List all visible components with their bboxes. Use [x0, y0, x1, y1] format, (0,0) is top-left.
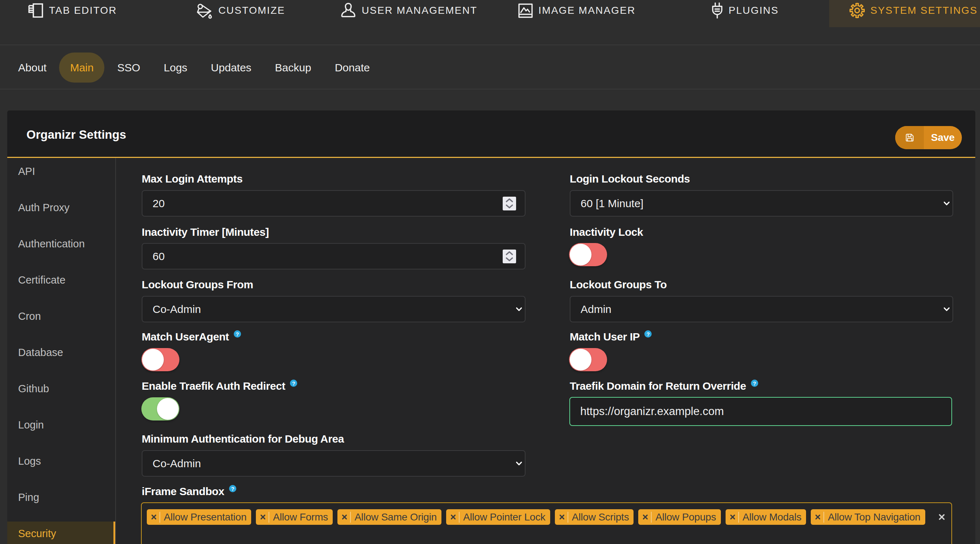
- nav-item-image-manager[interactable]: IMAGE MANAGER: [493, 0, 661, 27]
- login-lockout-seconds-value: 60 [1 Minute]: [581, 197, 643, 210]
- chip-remove-icon[interactable]: [256, 514, 269, 520]
- min-auth-debug-select[interactable]: Co-Admin: [142, 450, 525, 477]
- chip-allow-same-origin: Allow Same Origin: [337, 509, 441, 525]
- tab-main[interactable]: Main: [59, 52, 104, 82]
- traefik-domain-label-text: Traefik Domain for Return Override: [570, 380, 746, 392]
- toggle-knob: [570, 349, 592, 371]
- tab-sso[interactable]: SSO: [106, 52, 151, 82]
- chevron-down-icon: [516, 462, 522, 465]
- save-button[interactable]: Save: [895, 126, 962, 149]
- min-auth-debug-value: Co-Admin: [153, 457, 201, 470]
- traefik-domain-override-label: Traefik Domain for Return Override ?: [570, 379, 758, 393]
- nav-item-plugins[interactable]: PLUGINS: [661, 0, 829, 27]
- iframe-sandbox-multiselect[interactable]: Allow Presentation Allow Forms Allow Sam…: [141, 502, 952, 544]
- chip-remove-icon[interactable]: [811, 514, 823, 520]
- enable-traefik-auth-redirect-label: Enable Traefik Auth Redirect ?: [142, 379, 297, 393]
- nav-item-label: CUSTOMIZE: [218, 5, 285, 16]
- inactivity-timer-label: Inactivity Timer [Minutes]: [142, 226, 269, 239]
- tab-about[interactable]: About: [7, 52, 57, 82]
- chip-label: Allow Modals: [739, 511, 807, 523]
- lockout-groups-to-label: Lockout Groups To: [570, 278, 667, 291]
- chip-label: Allow Presentation: [160, 511, 251, 523]
- help-icon[interactable]: ?: [290, 379, 297, 387]
- help-icon[interactable]: ?: [644, 330, 652, 338]
- max-login-attempts-input[interactable]: [142, 190, 525, 217]
- plug-icon: [711, 2, 723, 19]
- chip-label: Allow Pointer Lock: [460, 511, 550, 523]
- chip-remove-icon[interactable]: [555, 514, 568, 520]
- chip-remove-icon[interactable]: [446, 514, 459, 520]
- nav-item-label: IMAGE MANAGER: [538, 5, 635, 16]
- login-lockout-seconds-select[interactable]: 60 [1 Minute]: [570, 190, 953, 217]
- organizr-app: TAB EDITOR CUSTOMIZE: [0, 0, 980, 544]
- help-icon[interactable]: ?: [234, 330, 241, 338]
- gear-icon: [849, 3, 865, 19]
- inactivity-timer-value[interactable]: [153, 250, 515, 263]
- nav-item-customize[interactable]: CUSTOMIZE: [157, 0, 325, 27]
- help-icon[interactable]: ?: [751, 379, 758, 387]
- chip-label: Allow Same Origin: [351, 511, 441, 523]
- match-user-ip-toggle[interactable]: [569, 348, 607, 371]
- match-user-ip-label-text: Match User IP: [570, 331, 640, 343]
- user-icon: [340, 2, 356, 19]
- tab-backup[interactable]: Backup: [264, 52, 322, 82]
- toggle-knob: [157, 398, 179, 420]
- chip-remove-icon[interactable]: [638, 514, 651, 520]
- save-button-label: Save: [924, 132, 962, 143]
- chip-allow-presentation: Allow Presentation: [147, 509, 251, 525]
- lockout-groups-to-select[interactable]: Admin: [570, 296, 953, 322]
- chip-remove-icon[interactable]: [725, 514, 738, 520]
- chip-remove-icon[interactable]: [337, 514, 350, 520]
- iframe-sandbox-label: iFrame Sandbox ?: [142, 485, 236, 498]
- nav-item-tab-editor[interactable]: TAB EDITOR: [0, 0, 157, 27]
- inactivity-lock-toggle[interactable]: [569, 243, 607, 266]
- min-auth-debug-label: Minimum Authentication for Debug Area: [142, 433, 344, 446]
- nav-item-label: SYSTEM SETTINGS: [870, 5, 978, 16]
- tab-updates[interactable]: Updates: [200, 52, 262, 82]
- tab-donate[interactable]: Donate: [324, 52, 381, 82]
- stepper-up-icon: [506, 198, 513, 203]
- chip-label: Allow Top Navigation: [824, 511, 925, 523]
- toggle-knob: [570, 244, 592, 265]
- toggle-knob: [142, 349, 164, 371]
- image-icon: [518, 3, 533, 18]
- lockout-groups-to-value: Admin: [581, 303, 611, 316]
- save-icon-segment: [895, 126, 924, 149]
- tab-logs[interactable]: Logs: [153, 52, 198, 82]
- stepper-down-icon: [506, 257, 513, 262]
- nav-item-label: PLUGINS: [729, 5, 778, 16]
- chip-label: Allow Scripts: [568, 511, 634, 523]
- nav-item-user-management[interactable]: USER MANAGEMENT: [325, 0, 493, 27]
- match-useragent-label: Match UserAgent ?: [142, 330, 241, 343]
- match-useragent-toggle[interactable]: [142, 348, 180, 371]
- enable-traefik-auth-redirect-toggle[interactable]: [142, 397, 180, 420]
- chip-label: Allow Forms: [269, 511, 333, 523]
- chip-allow-modals: Allow Modals: [725, 509, 807, 525]
- sandbox-chip-list: Allow Presentation Allow Forms Allow Sam…: [147, 509, 925, 525]
- floppy-save-icon: [905, 133, 915, 142]
- max-login-attempts-label: Max Login Attempts: [142, 172, 242, 186]
- paint-bucket-icon: [196, 3, 213, 19]
- lockout-groups-from-value: Co-Admin: [153, 303, 201, 316]
- number-stepper[interactable]: [503, 249, 516, 263]
- security-settings-form: Max Login Attempts Login Lockout Seconds…: [7, 158, 975, 544]
- traefik-domain-override-input[interactable]: [570, 397, 952, 426]
- nav-item-system-settings[interactable]: SYSTEM SETTINGS: [829, 0, 980, 27]
- lockout-groups-from-label: Lockout Groups From: [142, 278, 253, 291]
- lockout-groups-from-select[interactable]: Co-Admin: [142, 296, 525, 322]
- traefik-domain-override-value[interactable]: [580, 405, 941, 418]
- match-useragent-label-text: Match UserAgent: [142, 331, 229, 343]
- sandbox-clear-all-icon[interactable]: [936, 509, 947, 525]
- stepper-up-icon: [506, 251, 513, 255]
- number-stepper[interactable]: [503, 197, 516, 211]
- tab-editor-icon: [28, 3, 43, 18]
- iframe-sandbox-label-text: iFrame Sandbox: [142, 485, 224, 498]
- chevron-down-icon: [944, 307, 950, 311]
- chevron-down-icon: [516, 307, 522, 311]
- help-icon[interactable]: ?: [229, 485, 236, 492]
- chip-remove-icon[interactable]: [147, 514, 159, 520]
- inactivity-timer-input[interactable]: [142, 243, 525, 270]
- max-login-attempts-value[interactable]: [153, 197, 515, 210]
- nav-item-label: USER MANAGEMENT: [362, 5, 477, 16]
- inactivity-lock-label: Inactivity Lock: [570, 226, 643, 239]
